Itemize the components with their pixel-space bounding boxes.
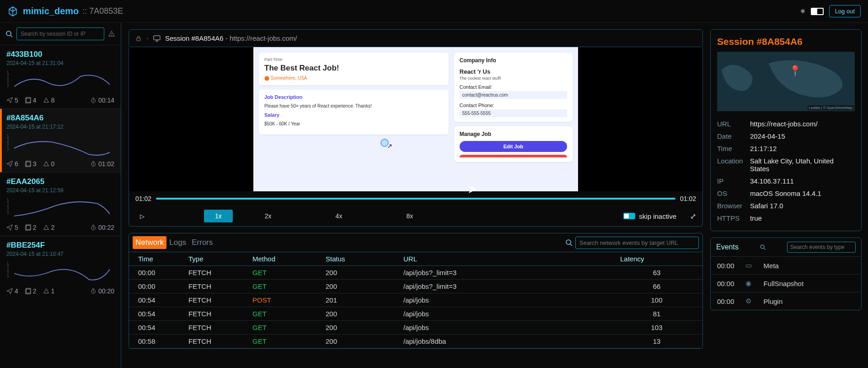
company-info-heading: Company Info bbox=[460, 57, 567, 64]
svg-line-21 bbox=[570, 244, 572, 246]
svg-point-23 bbox=[761, 245, 764, 249]
timeline-bar[interactable] bbox=[156, 198, 675, 200]
speed-4x[interactable]: 4x bbox=[304, 210, 375, 222]
document-icon bbox=[25, 161, 31, 167]
map-attribution: Leaflet | © OpenStreetMap bbox=[808, 105, 854, 110]
clock-icon bbox=[90, 224, 96, 231]
expand-button[interactable]: ⤢ bbox=[690, 212, 696, 221]
info-row: OSmacOS Sonoma 14.4.1 bbox=[717, 187, 855, 200]
player-area: Part-Time The Best React Job! ⬤Somewhere… bbox=[129, 47, 703, 227]
play-button[interactable]: ▷ bbox=[135, 213, 149, 220]
network-row[interactable]: 00:54FETCHGET200/api/jobs103 bbox=[129, 321, 702, 335]
clock-icon bbox=[90, 97, 96, 103]
info-row: IP34.106.37.111 bbox=[717, 175, 855, 187]
breadcrumb-session: Session #8A854A6 bbox=[165, 34, 224, 42]
theme-toggle[interactable] bbox=[811, 8, 824, 15]
timeline-current: 01:02 bbox=[135, 195, 151, 202]
info-row: HTTPStrue bbox=[717, 212, 855, 224]
event-row[interactable]: 00:00▭Meta bbox=[711, 256, 861, 274]
session-card[interactable]: #EAA2065 2024-04-15 at 21:12:59 Latency … bbox=[0, 172, 121, 236]
session-card[interactable]: #433B100 2024-04-15 at 21:31:04 Latency … bbox=[0, 45, 121, 108]
session-search-input[interactable] bbox=[16, 27, 104, 40]
search-icon bbox=[760, 244, 766, 250]
session-date: 2024-04-15 at 21:17:12 bbox=[6, 124, 114, 130]
network-row[interactable]: 00:00FETCHGET200/api/jobs?_limit=363 bbox=[129, 266, 702, 280]
col-method: Method bbox=[252, 255, 326, 263]
tab-logs[interactable]: Logs bbox=[166, 236, 189, 249]
location-map[interactable]: 📍 Leaflet | © OpenStreetMap bbox=[717, 52, 855, 111]
session-stats: 6 3 0 01:02 bbox=[6, 160, 114, 168]
send-icon bbox=[6, 97, 13, 103]
info-row: Date2024-04-15 bbox=[717, 130, 855, 142]
latency-label: Latency bbox=[6, 261, 10, 284]
session-stats: 5 4 8 00:14 bbox=[6, 97, 114, 104]
timeline-total: 01:02 bbox=[680, 195, 696, 202]
info-row: BrowserSafari 17.0 bbox=[717, 200, 855, 212]
svg-rect-17 bbox=[154, 36, 160, 40]
document-icon bbox=[25, 224, 31, 231]
session-date: 2024-04-15 at 21:31:04 bbox=[6, 60, 114, 66]
events-search-input[interactable] bbox=[787, 242, 856, 253]
search-icon bbox=[565, 239, 573, 246]
col-url: URL bbox=[403, 255, 620, 263]
app-subtitle: :: 7A0853E bbox=[82, 6, 123, 16]
skip-inactive-toggle[interactable]: skip inactive bbox=[623, 212, 676, 220]
logout-button[interactable]: Log out bbox=[829, 5, 861, 17]
session-info-card: Session #8A854A6 📍 Leaflet | © OpenStree… bbox=[710, 29, 862, 231]
event-row[interactable]: 00:00⚙Plugin bbox=[711, 292, 861, 310]
toggle-switch[interactable] bbox=[623, 213, 635, 219]
network-row[interactable]: 00:00FETCHGET200/api/jobs?_limit=366 bbox=[129, 280, 702, 293]
session-card[interactable]: #8A854A6 2024-04-15 at 21:17:12 Latency … bbox=[0, 108, 121, 172]
session-id: #EAA2065 bbox=[6, 177, 114, 186]
latency-label: Latency bbox=[6, 197, 10, 220]
events-card: Events 00:00▭Meta00:00◉FullSnapshot00:00… bbox=[710, 238, 862, 310]
job-title: The Best React Job! bbox=[264, 64, 443, 73]
pin-icon: ⬤ bbox=[264, 76, 269, 81]
speed-8x[interactable]: 8x bbox=[374, 210, 445, 222]
session-info-title: Session #8A854A6 bbox=[717, 36, 855, 47]
sun-icon: ✱ bbox=[800, 8, 805, 15]
svg-point-3 bbox=[111, 35, 112, 36]
edit-job-button[interactable]: Edit Job bbox=[460, 141, 567, 152]
event-type-icon: ▭ bbox=[745, 261, 753, 270]
lock-icon bbox=[135, 35, 142, 42]
event-row[interactable]: 00:00◉FullSnapshot bbox=[711, 274, 861, 292]
session-id: #8A854A6 bbox=[6, 114, 114, 123]
speed-1x[interactable]: 1x bbox=[204, 210, 233, 222]
session-list: #433B100 2024-04-15 at 21:31:04 Latency … bbox=[0, 45, 121, 299]
events-title: Events bbox=[716, 243, 739, 251]
email-value: contact@reactrus.com bbox=[460, 91, 567, 99]
col-time: Time bbox=[138, 255, 188, 263]
network-row[interactable]: 00:58FETCHGET200/api/jobs/8dba13 bbox=[129, 335, 702, 348]
svg-point-20 bbox=[566, 240, 571, 244]
delete-job-button[interactable] bbox=[460, 155, 567, 157]
breadcrumb-url: https://react-jobs.com/ bbox=[230, 34, 297, 42]
svg-point-0 bbox=[6, 31, 11, 36]
session-id: #BBE254F bbox=[6, 241, 114, 250]
network-search-input[interactable] bbox=[575, 237, 699, 249]
session-sidebar: #433B100 2024-04-15 at 21:31:04 Latency … bbox=[0, 23, 121, 368]
session-card[interactable]: #BBE254F 2024-04-15 at 21:10:47 Latency … bbox=[0, 236, 121, 299]
session-stats: 4 2 1 00:20 bbox=[6, 287, 114, 295]
cursor-indicator bbox=[380, 139, 389, 147]
map-pin-icon: 📍 bbox=[789, 65, 801, 77]
job-location: ⬤Somewhere, USA bbox=[264, 76, 443, 81]
event-type-icon: ◉ bbox=[745, 279, 753, 287]
tab-errors[interactable]: Errors bbox=[189, 236, 215, 249]
network-row[interactable]: 00:54FETCHGET200/api/jobs81 bbox=[129, 307, 702, 321]
tab-network[interactable]: Network bbox=[133, 236, 166, 249]
svg-rect-16 bbox=[137, 38, 140, 41]
timeline[interactable]: 01:02 ➤ 01:02 bbox=[129, 191, 702, 206]
phone-label: Contact Phone: bbox=[460, 103, 567, 108]
replay-canvas: Part-Time The Best React Job! ⬤Somewhere… bbox=[129, 47, 702, 191]
clock-icon bbox=[90, 161, 96, 167]
session-date: 2024-04-15 at 21:10:47 bbox=[6, 251, 114, 257]
clock-icon bbox=[90, 288, 96, 294]
col-status: Status bbox=[326, 255, 403, 263]
warning-icon bbox=[43, 161, 49, 167]
network-row[interactable]: 00:54FETCHPOST201/api/jobs100 bbox=[129, 293, 702, 307]
app-title: mimic_demo bbox=[23, 6, 79, 16]
job-desc-heading: Job Description bbox=[264, 94, 443, 100]
speed-2x[interactable]: 2x bbox=[233, 210, 304, 222]
send-icon bbox=[6, 288, 13, 294]
